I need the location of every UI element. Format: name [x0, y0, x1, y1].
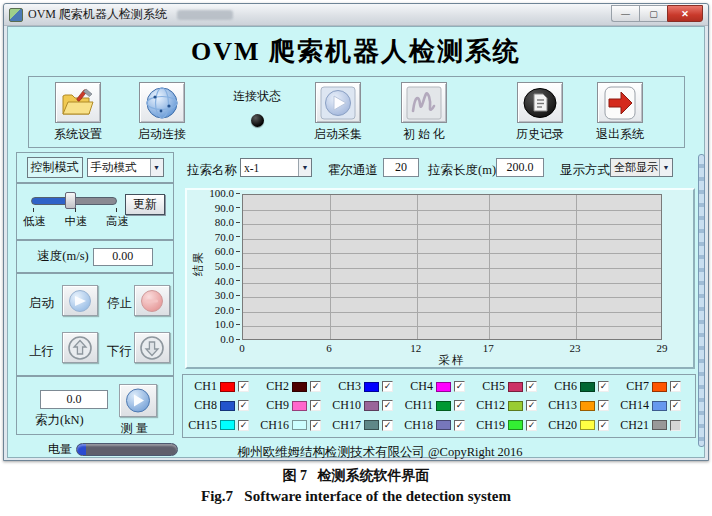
display-mode-label: 显示方式	[560, 162, 610, 179]
toolbar-item-system-settings[interactable]: 系统设置	[45, 82, 111, 143]
channel-color-swatch	[292, 401, 307, 411]
toolbar-item-history[interactable]: 历史记录	[507, 82, 573, 143]
toolbar-item-initialize[interactable]: 初 始 化	[391, 82, 457, 143]
toolbar-item-label: 系统设置	[54, 126, 102, 143]
measure-button[interactable]	[119, 384, 157, 417]
y-tick-label: 20.0	[187, 304, 240, 316]
channel-item: CH3✓	[329, 379, 401, 394]
toolbar-item-exit[interactable]: 退出系统	[587, 82, 653, 143]
gridline	[243, 297, 661, 298]
slider-mark-mid: 中速	[65, 214, 88, 229]
channel-checkbox[interactable]: ✓	[238, 420, 249, 431]
chevron-down-icon[interactable]: ▼	[150, 159, 163, 176]
channel-label: CH7	[626, 379, 649, 394]
gridline	[243, 239, 661, 240]
channel-label: CH4	[410, 379, 433, 394]
channel-checkbox[interactable]: ✓	[382, 381, 393, 392]
figure-stage: OVM 爬索机器人检测系统 — ▢ ✕ OVM 爬索机器人检测系统	[0, 0, 712, 516]
settings-folder-icon[interactable]	[55, 82, 101, 123]
gridline	[576, 195, 577, 339]
channel-color-swatch	[508, 401, 523, 411]
vertical-scrollbar[interactable]	[698, 154, 705, 447]
channel-item: CH8✓	[185, 398, 257, 413]
channel-checkbox[interactable]: ✓	[454, 400, 465, 411]
channel-label: CH9	[266, 398, 289, 413]
init-squiggle-icon[interactable]	[401, 82, 447, 123]
chevron-down-icon[interactable]: ▼	[659, 159, 672, 176]
channel-item: CH6✓	[545, 379, 617, 394]
channel-checkbox[interactable]: ✓	[670, 400, 681, 411]
channel-checkbox[interactable]: ✓	[526, 381, 537, 392]
toolbar-item-label: 退出系统	[596, 126, 644, 143]
hall-channel-input[interactable]	[383, 158, 419, 177]
connection-status-label: 连接状态	[233, 88, 281, 105]
toolbar-item-label: 启动采集	[314, 126, 362, 143]
channel-checkbox[interactable]: ✓	[454, 420, 465, 431]
update-button[interactable]: 更新	[125, 194, 165, 215]
arrow-up-icon	[66, 335, 94, 361]
channel-label: CH16	[260, 418, 289, 433]
toolbar: 系统设置 启动连接	[28, 76, 685, 148]
close-button[interactable]: ✕	[667, 5, 703, 22]
chevron-down-icon[interactable]: ▼	[298, 159, 311, 176]
channel-checkbox[interactable]: ✓	[526, 400, 537, 411]
channel-item: CH7✓	[617, 379, 689, 394]
toolbar-item-start-connection[interactable]: 启动连接	[129, 82, 195, 143]
channel-checkbox[interactable]	[670, 420, 681, 431]
display-mode-value: 全部显示	[611, 160, 659, 175]
toolbar-item-start-capture[interactable]: 启动采集	[305, 82, 371, 143]
y-tick-label: 50.0	[187, 260, 240, 272]
gridline	[243, 283, 661, 284]
channel-checkbox[interactable]: ✓	[454, 381, 465, 392]
channel-checkbox[interactable]: ✓	[382, 400, 393, 411]
speed-input[interactable]	[93, 248, 153, 266]
stop-button[interactable]	[134, 285, 170, 316]
channel-label: CH17	[332, 418, 361, 433]
history-doc-icon[interactable]	[517, 82, 563, 123]
speed-slider-thumb[interactable]	[65, 192, 76, 209]
y-tick-label: 90.0	[187, 202, 240, 214]
channel-color-swatch	[292, 382, 307, 392]
chart-panel: 结果 100.090.080.070.060.050.040.030.020.0…	[185, 188, 695, 369]
control-mode-dropdown[interactable]: 手动模式 ▼	[87, 158, 164, 177]
channel-checkbox[interactable]: ✓	[310, 381, 321, 392]
y-tick-label: 70.0	[187, 231, 240, 243]
titlebar[interactable]: OVM 爬索机器人检测系统 — ▢ ✕	[4, 4, 708, 26]
minimize-button[interactable]: —	[611, 5, 639, 22]
battery-label: 电量	[48, 441, 72, 458]
force-input[interactable]	[40, 390, 108, 409]
channel-checkbox[interactable]: ✓	[598, 381, 609, 392]
channel-checkbox[interactable]: ✓	[382, 420, 393, 431]
gridline	[489, 195, 490, 339]
channel-checkbox[interactable]: ✓	[310, 400, 321, 411]
channel-checkbox[interactable]: ✓	[598, 400, 609, 411]
up-button[interactable]	[62, 332, 98, 363]
globe-icon[interactable]	[139, 82, 185, 123]
cable-length-input[interactable]	[496, 158, 544, 177]
channel-label: CH8	[194, 398, 217, 413]
slider-tick-marks	[33, 208, 117, 212]
channel-color-swatch	[580, 401, 595, 411]
down-button[interactable]	[134, 332, 170, 363]
maximize-button[interactable]: ▢	[639, 5, 667, 22]
channel-checkbox[interactable]: ✓	[238, 381, 249, 392]
channel-item: CH11✓	[401, 398, 473, 413]
toolbar-item-label: 初 始 化	[403, 126, 445, 143]
gridline	[243, 326, 661, 327]
channel-color-swatch	[436, 401, 451, 411]
channel-checkbox[interactable]: ✓	[526, 420, 537, 431]
channel-checkbox[interactable]: ✓	[598, 420, 609, 431]
channel-checkbox[interactable]: ✓	[670, 381, 681, 392]
start-button[interactable]	[62, 285, 98, 316]
channel-label: CH21	[620, 418, 649, 433]
channel-checkbox[interactable]: ✓	[310, 420, 321, 431]
exit-arrow-icon[interactable]	[597, 82, 643, 123]
channel-color-swatch	[436, 420, 451, 430]
display-mode-dropdown[interactable]: 全部显示 ▼	[610, 158, 673, 177]
capture-play-icon[interactable]	[315, 82, 361, 123]
channel-checkbox[interactable]: ✓	[238, 400, 249, 411]
gridline	[243, 253, 661, 254]
cable-name-dropdown[interactable]: x-1 ▼	[240, 158, 312, 177]
channel-item: CH21	[617, 418, 689, 433]
control-mode-label: 控制模式	[27, 157, 83, 178]
